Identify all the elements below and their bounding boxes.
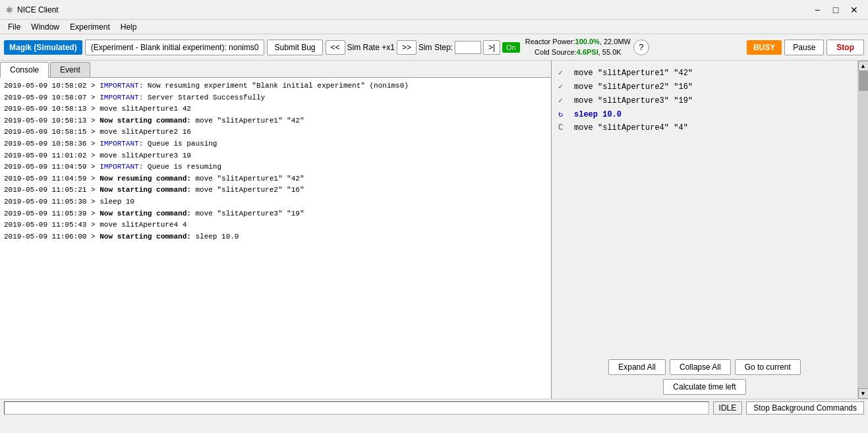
log-important: IMPORTANT:	[100, 82, 143, 90]
left-panel: Console Event 2019-05-09 10:58:02 > IMPO…	[0, 61, 552, 399]
menu-file[interactable]: File	[3, 21, 26, 33]
log-line: 2019-05-09 10:58:13 > Now starting comma…	[4, 115, 547, 127]
close-button[interactable]: ✕	[846, 3, 863, 16]
scroll-down-arrow[interactable]: ▼	[858, 388, 869, 399]
queue-item-text: move "slitAperture2" "16"	[574, 82, 693, 92]
sim-right-button[interactable]: >>	[397, 40, 417, 55]
reactor-power-mw: 22.0MW	[604, 38, 631, 45]
log-line: 2019-05-09 11:01:02 > move slitAperture3…	[4, 150, 547, 162]
pause-button[interactable]: Pause	[784, 40, 824, 55]
check-icon: ✓	[558, 82, 570, 92]
queue-scrollbar[interactable]: ▲ ▼	[857, 61, 868, 399]
queue-btn-row-1: Expand All Collapse All Go to current	[558, 359, 851, 375]
log-line: 2019-05-09 10:58:13 > move slitAperture1…	[4, 103, 547, 115]
log-line: 2019-05-09 11:05:30 > sleep 10	[4, 196, 547, 208]
window-controls: − □ ✕	[809, 3, 863, 16]
queue-btn-row-2: Calculate time left	[558, 379, 851, 395]
submit-bug-button[interactable]: Submit Bug	[267, 40, 322, 55]
sim-fast-button[interactable]: >|	[483, 40, 500, 55]
stop-background-commands-button[interactable]: Stop Background Commands	[746, 401, 864, 415]
titlebar: ⚛ NICE Client − □ ✕	[0, 0, 868, 20]
queue-item: ✓ move "slitAperture2" "16"	[558, 80, 851, 94]
menubar: File Window Experiment Help	[0, 20, 868, 34]
tabs: Console Event	[0, 61, 551, 78]
reactor-power-label: Reactor Power:	[525, 38, 575, 45]
sim-controls: << Sim Rate +x1 >> Sim Step: >| On	[326, 40, 520, 55]
spin-icon: ↻	[558, 109, 570, 119]
queue-list: ✓ move "slitAperture1" "42" ✓ move "slit…	[552, 61, 857, 355]
sim-step-label: Sim Step:	[419, 43, 453, 52]
log-line: 2019-05-09 10:58:02 > IMPORTANT: Now res…	[4, 80, 547, 92]
right-panel: ✓ move "slitAperture1" "42" ✓ move "slit…	[552, 61, 868, 399]
experiment-badge: (Experiment - Blank initial experiment):…	[85, 40, 265, 55]
log-line: 2019-05-09 11:05:43 > move slitAperture4…	[4, 219, 547, 231]
cold-source-k: 55.0K	[602, 48, 622, 56]
expand-all-button[interactable]: Expand All	[608, 359, 666, 375]
cold-source-psi: 4.6PSI	[577, 48, 598, 56]
stop-button[interactable]: Stop	[826, 40, 864, 55]
queue-item: ✓ move "slitAperture1" "42"	[558, 66, 851, 80]
reactor-info: Reactor Power:100.0%, 22.0MW Cold Source…	[525, 37, 631, 57]
log-line: 2019-05-09 10:58:36 > IMPORTANT: Queue i…	[4, 138, 547, 150]
tab-console[interactable]: Console	[0, 62, 49, 78]
pending-icon: C	[558, 123, 570, 132]
menu-help[interactable]: Help	[115, 21, 142, 33]
sim-step-input[interactable]	[455, 41, 481, 54]
main-content: Console Event 2019-05-09 10:58:02 > IMPO…	[0, 61, 868, 399]
sim-rate-label: Sim Rate +x1	[347, 43, 395, 52]
cold-source-label: Cold Source:	[535, 48, 577, 56]
queue-item-text: move "slitAperture1" "42"	[574, 69, 693, 78]
log-timestamp: 2019-05-09 10:58:02 >	[4, 82, 100, 90]
tab-event[interactable]: Event	[50, 62, 90, 77]
console-output: 2019-05-09 10:58:02 > IMPORTANT: Now res…	[0, 78, 551, 399]
log-line: 2019-05-09 11:06:00 > Now starting comma…	[4, 231, 547, 243]
idle-badge: IDLE	[713, 401, 743, 415]
command-input[interactable]	[4, 401, 709, 415]
app-title: NICE Client	[17, 5, 59, 14]
queue-item-text: move "slitAperture3" "19"	[574, 96, 693, 105]
log-line: 2019-05-09 10:58:15 > move slitAperture2…	[4, 127, 547, 138]
scroll-thumb[interactable]	[859, 71, 868, 91]
scroll-track[interactable]	[858, 71, 869, 388]
on-badge: On	[502, 42, 520, 53]
collapse-all-button[interactable]: Collapse All	[670, 359, 731, 375]
menu-experiment[interactable]: Experiment	[65, 21, 115, 33]
queue-item-active: ↻ sleep 10.0	[558, 107, 851, 121]
sim-left-button[interactable]: <<	[326, 40, 345, 55]
scroll-up-arrow[interactable]: ▲	[858, 61, 869, 71]
statusbar: IDLE Stop Background Commands	[0, 399, 868, 416]
maximize-button[interactable]: □	[827, 3, 844, 16]
log-line: 2019-05-09 11:04:59 > IMPORTANT: Queue i…	[4, 161, 547, 173]
log-line: 2019-05-09 11:05:39 > Now starting comma…	[4, 208, 547, 220]
log-line: 2019-05-09 11:04:59 > Now resuming comma…	[4, 173, 547, 185]
go-to-current-button[interactable]: Go to current	[735, 359, 801, 375]
menu-window[interactable]: Window	[26, 21, 65, 33]
queue-item: ✓ move "slitAperture3" "19"	[558, 94, 851, 107]
queue-buttons: Expand All Collapse All Go to current Ca…	[552, 355, 857, 399]
minimize-button[interactable]: −	[809, 3, 826, 16]
log-line: 2019-05-09 10:58:07 > IMPORTANT: Server …	[4, 92, 547, 104]
queue-item: C move "slitAperture4" "4"	[558, 121, 851, 134]
check-icon: ✓	[558, 96, 570, 105]
app-icon: ⚛	[5, 5, 14, 15]
reactor-power-value: 100.0%	[575, 38, 600, 45]
busy-badge: BUSY	[747, 40, 782, 55]
help-button[interactable]: ?	[633, 40, 649, 55]
queue-item-text: move "slitAperture4" "4"	[574, 123, 688, 132]
mode-badge: Magik (Simulated)	[4, 40, 82, 55]
queue-item-text: sleep 10.0	[574, 110, 622, 119]
calculate-time-button[interactable]: Calculate time left	[663, 379, 745, 395]
log-line: 2019-05-09 11:05:21 > Now starting comma…	[4, 185, 547, 196]
check-icon: ✓	[558, 68, 570, 78]
toolbar: Magik (Simulated) (Experiment - Blank in…	[0, 34, 868, 61]
